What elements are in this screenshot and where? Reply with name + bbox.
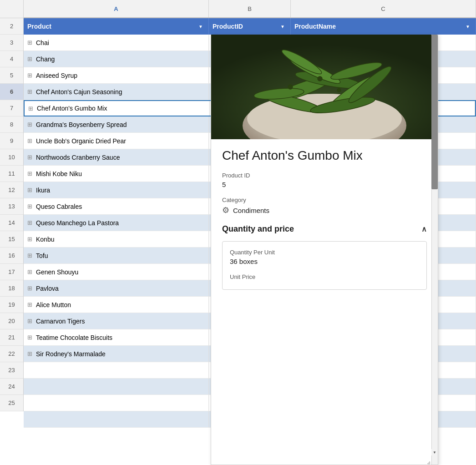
unit-price-label: Unit Price bbox=[230, 273, 419, 280]
quantity-price-section-header[interactable]: Quantity and price ∧ bbox=[222, 224, 427, 234]
row-number-22: 22 bbox=[0, 346, 23, 362]
cell-a-row-10[interactable]: ⊞Mishi Kobe Niku bbox=[24, 166, 209, 182]
cell-a-row-21[interactable]: ⊞Sir Rodney's Marmalade bbox=[24, 346, 209, 362]
row-number-11: 11 bbox=[0, 166, 23, 182]
cell-a-row-9[interactable]: ⊞Northwoods Cranberry Sauce bbox=[24, 149, 209, 165]
cell-a-row-6[interactable]: ⊞Chef Anton's Gumbo Mix bbox=[25, 101, 210, 116]
category-icon: ⚙ bbox=[222, 205, 229, 215]
header-cell-productid[interactable]: ProductID ▼ bbox=[209, 18, 291, 35]
cell-a-text: Chang bbox=[36, 56, 55, 63]
row-number-8: 8 bbox=[0, 116, 23, 133]
row-icon: ⊞ bbox=[27, 56, 32, 62]
cell-a-row-14[interactable]: ⊞Konbu bbox=[24, 231, 209, 247]
cell-a-row-2[interactable]: ⊞Chai bbox=[24, 35, 209, 51]
row-icon: ⊞ bbox=[27, 334, 32, 341]
row-number-5: 5 bbox=[0, 67, 23, 84]
productname-dropdown-icon[interactable]: ▼ bbox=[466, 24, 470, 29]
table-header-row: Product ▼ ProductID ▼ ProductName ▼ bbox=[24, 18, 476, 35]
scrollbar-down-arrow[interactable]: ▼ bbox=[431, 449, 438, 455]
cell-a-row-7[interactable]: ⊞Grandma's Boysenberry Spread bbox=[24, 116, 209, 132]
cell-a-text: Queso Manchego La Pastora bbox=[36, 219, 119, 227]
cell-a-row-3[interactable]: ⊞Chang bbox=[24, 51, 209, 67]
row-icon: ⊞ bbox=[27, 318, 32, 324]
row-icon: ⊞ bbox=[27, 72, 32, 79]
cell-a-text: Grandma's Boysenberry Spread bbox=[36, 121, 127, 128]
scrollbar-thumb[interactable] bbox=[431, 35, 438, 189]
row-icon: ⊞ bbox=[27, 154, 32, 161]
category-row: ⚙ Condiments bbox=[222, 205, 427, 215]
cell-a-row-5[interactable]: ⊞Chef Anton's Cajun Seasoning bbox=[24, 84, 209, 100]
cell-a-row-12[interactable]: ⊞Queso Cabrales bbox=[24, 198, 209, 214]
row-number-25: 25 bbox=[0, 395, 23, 411]
product-image bbox=[211, 35, 438, 139]
row-number-column: 2345678910111213141516171819202122232425 bbox=[0, 0, 24, 411]
cell-a-row-15[interactable]: ⊞Tofu bbox=[24, 248, 209, 263]
corner-cell bbox=[0, 0, 23, 18]
cell-a-text: Konbu bbox=[36, 236, 54, 243]
cell-a-row-24[interactable] bbox=[24, 395, 209, 411]
row-icon: ⊞ bbox=[27, 137, 32, 144]
row-number-18: 18 bbox=[0, 280, 23, 297]
resize-handle[interactable]: ⊿ bbox=[427, 460, 431, 465]
cell-a-row-20[interactable]: ⊞Teatime Chocolate Biscuits bbox=[24, 329, 209, 345]
row-number-24: 24 bbox=[0, 379, 23, 395]
row-number-19: 19 bbox=[0, 297, 23, 313]
row-number-4: 4 bbox=[0, 51, 23, 67]
row-number-23: 23 bbox=[0, 362, 23, 379]
cell-a-text: Uncle Bob's Organic Dried Pear bbox=[36, 137, 126, 145]
cell-a-row-25[interactable] bbox=[24, 411, 209, 427]
column-b-label: B bbox=[248, 5, 252, 12]
row-number-9: 9 bbox=[0, 133, 23, 149]
cell-a-text: Mishi Kobe Niku bbox=[36, 170, 82, 177]
row-icon: ⊞ bbox=[27, 187, 32, 193]
header-productname-label: ProductName bbox=[294, 23, 336, 30]
productid-dropdown-icon[interactable]: ▼ bbox=[280, 24, 285, 29]
header-cell-productname[interactable]: ProductName ▼ bbox=[291, 18, 476, 35]
cell-a-text: Sir Rodney's Marmalade bbox=[36, 350, 106, 358]
cell-a-text: Teatime Chocolate Biscuits bbox=[36, 334, 112, 341]
row-icon: ⊞ bbox=[27, 219, 32, 226]
row-icon: ⊞ bbox=[27, 203, 32, 210]
product-id-label: Product ID bbox=[222, 172, 427, 179]
header-cell-product[interactable]: Product ▼ bbox=[24, 18, 209, 35]
row-number-7: 7 bbox=[0, 100, 23, 116]
cell-a-text: Pavlova bbox=[36, 285, 59, 292]
row-number-20: 20 bbox=[0, 313, 23, 329]
popup-content: Chef Anton's Gumbo Mix Product ID 5 Cate… bbox=[211, 139, 438, 465]
okra-bowl-image bbox=[211, 35, 438, 139]
cell-a-row-23[interactable] bbox=[24, 379, 209, 394]
row-number-16: 16 bbox=[0, 248, 23, 264]
cell-a-row-18[interactable]: ⊞Alice Mutton bbox=[24, 297, 209, 313]
row-icon: ⊞ bbox=[27, 39, 32, 46]
column-header-b: B bbox=[209, 0, 291, 17]
cell-a-row-22[interactable] bbox=[24, 362, 209, 378]
row-icon: ⊞ bbox=[28, 105, 33, 112]
row-number-15: 15 bbox=[0, 231, 23, 248]
row-number-2: 2 bbox=[0, 18, 23, 35]
cell-a-row-17[interactable]: ⊞Pavlova bbox=[24, 280, 209, 296]
cell-a-row-8[interactable]: ⊞Uncle Bob's Organic Dried Pear bbox=[24, 133, 209, 149]
svg-point-15 bbox=[337, 88, 341, 92]
row-number-6: 6 bbox=[0, 84, 23, 100]
cell-a-text: Chef Anton's Cajun Seasoning bbox=[36, 88, 122, 96]
product-dropdown-icon[interactable]: ▼ bbox=[198, 24, 203, 29]
cell-a-row-11[interactable]: ⊞Ikura bbox=[24, 182, 209, 198]
row-icon: ⊞ bbox=[27, 350, 32, 357]
svg-point-13 bbox=[288, 85, 293, 89]
category-value: Condiments bbox=[233, 207, 269, 214]
popup-scrollbar[interactable]: ▼ bbox=[431, 35, 438, 465]
cell-a-text: Northwoods Cranberry Sauce bbox=[36, 154, 120, 161]
row-number-21: 21 bbox=[0, 329, 23, 346]
header-product-label: Product bbox=[27, 23, 51, 30]
row-icon: ⊞ bbox=[27, 236, 32, 243]
row-number-12: 12 bbox=[0, 182, 23, 198]
product-detail-panel: ▼ Chef Anton's Gumbo Mix Product ID 5 Ca… bbox=[211, 35, 438, 465]
column-header-a: A bbox=[24, 0, 209, 17]
category-label: Category bbox=[222, 197, 427, 203]
cell-a-row-19[interactable]: ⊞Carnarvon Tigers bbox=[24, 313, 209, 329]
cell-a-row-13[interactable]: ⊞Queso Manchego La Pastora bbox=[24, 215, 209, 231]
cell-a-row-16[interactable]: ⊞Genen Shouyu bbox=[24, 264, 209, 280]
cell-a-row-4[interactable]: ⊞Aniseed Syrup bbox=[24, 67, 209, 83]
qty-per-unit-label: Quantity Per Unit bbox=[230, 249, 419, 256]
section-collapse-icon[interactable]: ∧ bbox=[421, 225, 427, 233]
